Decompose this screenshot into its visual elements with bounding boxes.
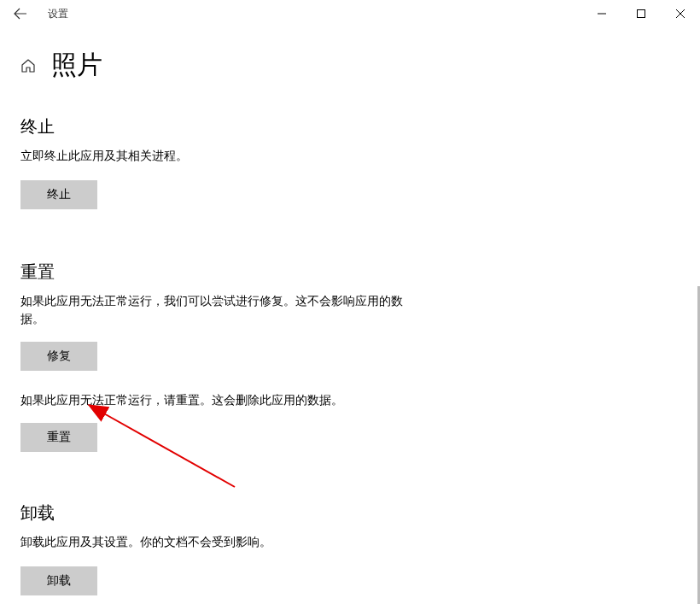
scrollbar[interactable] xyxy=(695,27,700,604)
page-title: 照片 xyxy=(51,48,102,83)
content-area: 终止 立即终止此应用及其相关进程。 终止 重置 如果此应用无法正常运行，我们可以… xyxy=(0,115,427,604)
page-header: 照片 xyxy=(0,27,700,91)
home-button[interactable] xyxy=(20,58,36,73)
terminate-desc: 立即终止此应用及其相关进程。 xyxy=(20,147,406,165)
uninstall-section: 卸载 卸载此应用及其设置。你的文档不会受到影响。 卸载 xyxy=(20,501,406,595)
minimize-icon xyxy=(598,9,606,18)
reset-button[interactable]: 重置 xyxy=(20,423,97,452)
reset-desc: 如果此应用无法正常运行，请重置。这会删除此应用的数据。 xyxy=(20,391,406,409)
repair-desc: 如果此应用无法正常运行，我们可以尝试进行修复。这不会影响应用的数据。 xyxy=(20,292,406,328)
minimize-button[interactable] xyxy=(582,0,621,27)
maximize-icon xyxy=(637,9,645,18)
reset-section: 重置 如果此应用无法正常运行，我们可以尝试进行修复。这不会影响应用的数据。 修复… xyxy=(20,261,406,452)
arrow-left-icon xyxy=(14,7,27,21)
terminate-button[interactable]: 终止 xyxy=(20,180,97,209)
uninstall-title: 卸载 xyxy=(20,501,406,525)
uninstall-desc: 卸载此应用及其设置。你的文档不会受到影响。 xyxy=(20,533,406,551)
back-button[interactable] xyxy=(0,0,41,27)
home-icon xyxy=(20,58,36,73)
titlebar: 设置 xyxy=(0,0,700,27)
uninstall-button[interactable]: 卸载 xyxy=(20,566,97,595)
maximize-button[interactable] xyxy=(621,0,661,27)
close-icon xyxy=(676,9,685,18)
terminate-section: 终止 立即终止此应用及其相关进程。 终止 xyxy=(20,115,406,209)
svg-rect-1 xyxy=(638,10,645,18)
repair-button[interactable]: 修复 xyxy=(20,342,97,371)
window-title: 设置 xyxy=(48,7,68,21)
terminate-title: 终止 xyxy=(20,115,406,138)
close-button[interactable] xyxy=(661,0,700,27)
reset-title: 重置 xyxy=(20,261,406,284)
window-controls xyxy=(582,0,700,27)
